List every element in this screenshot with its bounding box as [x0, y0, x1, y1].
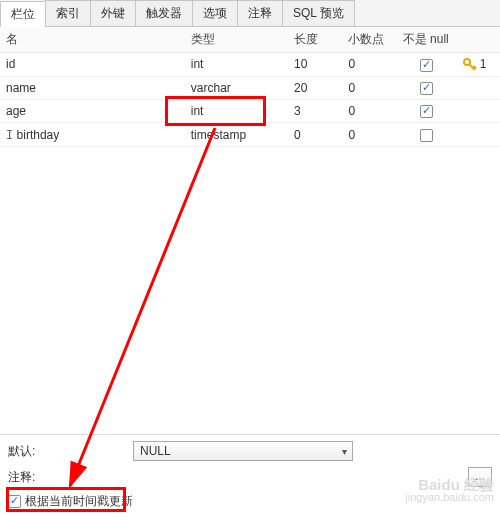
key-index: 1 [480, 57, 487, 71]
table-row[interactable]: age int 3 0 [0, 100, 500, 123]
table-row[interactable]: I birthday timestamp 0 0 [0, 123, 500, 146]
cell-name[interactable]: I birthday [0, 123, 185, 146]
cell-name[interactable]: id [0, 53, 185, 77]
tab-comments[interactable]: 注释 [237, 0, 283, 26]
text-cursor-icon: I [6, 128, 13, 142]
tab-fields[interactable]: 栏位 [0, 1, 46, 27]
cell-not-null[interactable] [397, 53, 457, 77]
tab-indexes[interactable]: 索引 [45, 0, 91, 26]
cell-length[interactable]: 10 [288, 53, 342, 77]
checkbox-icon[interactable] [420, 105, 433, 118]
header-type[interactable]: 类型 [185, 27, 288, 53]
update-on-timestamp-checkbox[interactable] [8, 495, 21, 508]
header-name[interactable]: 名 [0, 27, 185, 53]
cell-not-null[interactable] [397, 76, 457, 99]
header-not-null[interactable]: 不是 null [397, 27, 457, 53]
watermark-brand: Baidu 经验 [405, 478, 494, 491]
default-value-select[interactable]: NULL [133, 441, 353, 461]
header-decimal[interactable]: 小数点 [342, 27, 396, 53]
cell-decimal[interactable]: 0 [342, 123, 396, 146]
cell-name-text: birthday [17, 128, 60, 142]
tab-sql-preview[interactable]: SQL 预览 [282, 0, 355, 26]
cell-not-null[interactable] [397, 100, 457, 123]
table-row[interactable]: id int 10 0 1 [0, 53, 500, 77]
header-key [457, 27, 501, 53]
checkbox-icon[interactable] [420, 59, 433, 72]
watermark: Baidu 经验 jingyan.baidu.com [405, 478, 494, 504]
header-length[interactable]: 长度 [288, 27, 342, 53]
cell-type[interactable]: int [185, 100, 288, 123]
tab-bar: 栏位 索引 外键 触发器 选项 注释 SQL 预览 [0, 0, 500, 27]
fields-table: 名 类型 长度 小数点 不是 null id int 10 0 1 name v… [0, 27, 500, 147]
tab-triggers[interactable]: 触发器 [135, 0, 193, 26]
comment-label: 注释: [8, 469, 46, 486]
tab-foreign-keys[interactable]: 外键 [90, 0, 136, 26]
cell-length[interactable]: 20 [288, 76, 342, 99]
primary-key-icon [463, 57, 480, 71]
svg-line-1 [70, 128, 215, 486]
cell-type[interactable]: timestamp [185, 123, 288, 146]
cell-decimal[interactable]: 0 [342, 76, 396, 99]
table-row[interactable]: name varchar 20 0 [0, 76, 500, 99]
watermark-url: jingyan.baidu.com [405, 491, 494, 504]
cell-type[interactable]: int [185, 53, 288, 77]
checkbox-icon[interactable] [420, 129, 433, 142]
tab-options[interactable]: 选项 [192, 0, 238, 26]
cell-length[interactable]: 3 [288, 100, 342, 123]
cell-name[interactable]: name [0, 76, 185, 99]
cell-name[interactable]: age [0, 100, 185, 123]
cell-decimal[interactable]: 0 [342, 100, 396, 123]
cell-key[interactable]: 1 [457, 53, 501, 77]
default-label: 默认: [8, 443, 133, 460]
cell-not-null[interactable] [397, 123, 457, 146]
cell-decimal[interactable]: 0 [342, 53, 396, 77]
checkbox-icon[interactable] [420, 82, 433, 95]
update-on-timestamp-label: 根据当前时间戳更新 [25, 493, 133, 510]
cell-length[interactable]: 0 [288, 123, 342, 146]
cell-type[interactable]: varchar [185, 76, 288, 99]
